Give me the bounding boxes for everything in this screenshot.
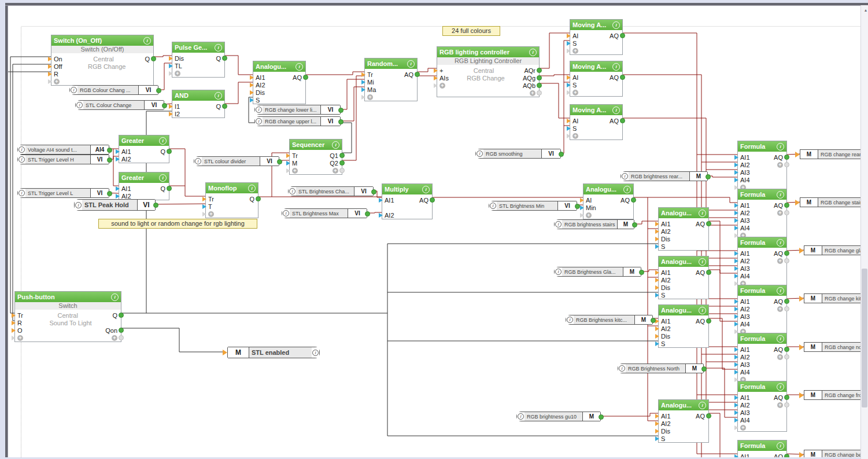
wire[interactable] — [709, 413, 720, 458]
output-connector[interactable] — [706, 270, 711, 275]
label-stl-brightness-cha[interactable]: iSTL Brightness Cha...VI — [288, 186, 374, 196]
add-output-icon[interactable]: + — [777, 402, 783, 408]
block-analogue-kitchen[interactable]: Analogu...iAI1AQAI2DisS — [658, 304, 709, 348]
input-connector[interactable] — [361, 72, 365, 77]
input-connector[interactable] — [116, 186, 120, 191]
input-connector[interactable] — [250, 75, 254, 80]
label-stl-enabled[interactable]: MSTL enabledi — [227, 347, 320, 358]
output-connector[interactable] — [706, 221, 711, 226]
add-input-icon[interactable]: + — [586, 212, 592, 218]
info-icon[interactable]: i — [159, 174, 167, 182]
info-icon[interactable]: i — [612, 63, 620, 71]
input-connector[interactable] — [286, 168, 290, 173]
output-connector[interactable] — [784, 395, 789, 400]
input-connector[interactable] — [734, 178, 738, 182]
input-connector[interactable] — [48, 64, 52, 69]
input-connector[interactable] — [116, 157, 120, 161]
output-connector[interactable] — [784, 402, 789, 407]
add-output-icon[interactable]: + — [777, 162, 783, 168]
input-connector[interactable] — [734, 410, 738, 415]
info-icon[interactable]: i — [699, 307, 706, 314]
add-output-icon[interactable]: + — [777, 258, 783, 264]
label-rgb-brightness-kitchen[interactable]: iRGB Brightness kitc...M — [566, 315, 653, 325]
input-connector[interactable] — [567, 90, 571, 95]
output-connector[interactable] — [631, 197, 636, 203]
input-connector[interactable] — [795, 152, 800, 157]
input-connector[interactable] — [655, 270, 659, 275]
block-analogue-glazed[interactable]: Analogu...iAI1AQAI2DisS — [658, 256, 709, 299]
input-connector[interactable] — [655, 436, 659, 441]
info-icon[interactable]: i — [111, 293, 119, 301]
info-icon[interactable]: i — [143, 37, 151, 45]
output-connector[interactable] — [620, 75, 625, 80]
block-formula-kitchen[interactable]: FormulaiAI1AQAI2+AI3AI4+ — [737, 285, 787, 336]
input-connector[interactable] — [286, 153, 290, 158]
input-connector[interactable] — [202, 212, 206, 216]
input-connector[interactable] — [734, 203, 738, 208]
input-connector[interactable] — [734, 226, 738, 230]
output-connector[interactable] — [537, 83, 542, 88]
add-input-icon[interactable]: + — [572, 90, 578, 96]
output-connector[interactable] — [784, 347, 789, 352]
block-moving-average-3[interactable]: Moving A...iAIAQS+ — [570, 104, 623, 140]
output-connector[interactable] — [119, 335, 124, 340]
info-icon[interactable]: i — [777, 383, 784, 391]
input-connector[interactable] — [799, 296, 804, 302]
info-icon[interactable]: i — [289, 187, 296, 196]
output-connector[interactable] — [167, 149, 172, 154]
input-connector[interactable] — [655, 342, 659, 346]
block-rgb-lighting-controller[interactable]: RGB lighting controlleriRGB Lighting Con… — [437, 46, 540, 97]
label-rgb-change-north[interactable]: MRGB change north — [804, 342, 868, 352]
input-connector[interactable] — [434, 68, 438, 73]
output-connector[interactable] — [156, 88, 161, 93]
input-connector[interactable] — [169, 71, 173, 76]
input-connector[interactable] — [12, 328, 16, 333]
add-output-icon[interactable]: + — [777, 210, 783, 216]
add-input-icon[interactable]: + — [54, 79, 60, 85]
output-connector[interactable] — [119, 328, 124, 333]
label-rgb-colour-change[interactable]: iRGB Colour Chang ...VI — [69, 85, 158, 95]
input-connector[interactable] — [799, 248, 804, 254]
input-connector[interactable] — [734, 362, 738, 367]
add-input-icon[interactable]: + — [208, 211, 214, 217]
input-connector[interactable] — [734, 259, 738, 263]
add-output-icon[interactable]: + — [530, 90, 535, 96]
info-icon[interactable]: i — [699, 258, 706, 266]
info-icon[interactable]: i — [215, 44, 222, 52]
input-connector[interactable] — [12, 336, 16, 340]
output-connector[interactable] — [338, 108, 343, 113]
wire[interactable] — [121, 328, 223, 352]
info-icon[interactable]: i — [517, 412, 525, 421]
output-connector[interactable] — [277, 159, 282, 164]
label-rgb-change-kitchen[interactable]: MRGB change kitchen — [804, 293, 868, 303]
info-icon[interactable]: i — [489, 201, 497, 210]
input-connector[interactable] — [655, 421, 659, 426]
info-icon[interactable]: i — [623, 186, 631, 193]
input-connector[interactable] — [48, 72, 52, 76]
wire[interactable] — [225, 56, 253, 75]
add-input-icon[interactable]: + — [572, 48, 578, 54]
block-moving-average-1[interactable]: Moving A...iAIAQS+ — [570, 19, 623, 55]
info-icon[interactable]: i — [312, 347, 319, 358]
info-icon[interactable]: i — [699, 210, 706, 217]
output-connector[interactable] — [107, 148, 112, 153]
input-connector[interactable] — [655, 319, 659, 324]
input-connector[interactable] — [286, 161, 290, 166]
output-connector[interactable] — [706, 413, 711, 418]
output-connector[interactable] — [303, 75, 308, 80]
output-connector[interactable] — [784, 354, 789, 359]
input-connector[interactable] — [361, 95, 365, 100]
output-connector[interactable] — [162, 103, 167, 108]
info-icon[interactable]: i — [555, 220, 562, 229]
output-connector[interactable] — [706, 174, 711, 179]
input-connector[interactable] — [361, 87, 365, 92]
block-analogue-min[interactable]: Analogu...iAIAQMin+ — [583, 183, 634, 219]
block-formula-north[interactable]: FormulaiAI1AQAI2+AI3AI4+ — [737, 333, 787, 384]
info-icon[interactable]: i — [612, 107, 620, 114]
wire[interactable] — [10, 57, 51, 313]
block-formula-bed5[interactable]: FormulaiAI1AQAI2+AI3AI4+ — [737, 440, 787, 459]
input-connector[interactable] — [734, 211, 738, 215]
input-connector[interactable] — [434, 76, 438, 80]
input-connector[interactable] — [734, 418, 738, 423]
add-input-icon[interactable]: + — [292, 168, 298, 174]
